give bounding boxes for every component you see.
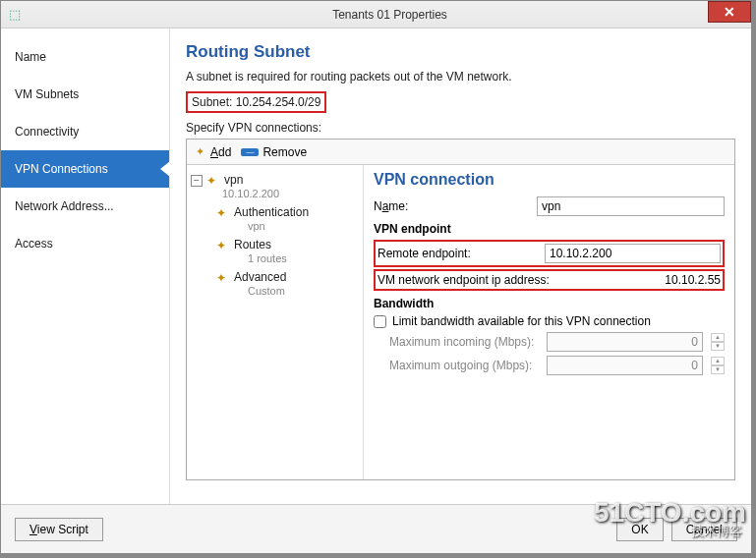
add-icon: ✦ <box>193 145 206 159</box>
ok-button[interactable]: OK <box>616 518 663 541</box>
bw-incoming-input[interactable] <box>547 332 703 352</box>
close-button[interactable]: ✕ <box>708 1 751 23</box>
connection-tree: − ✦ vpn 10.10.2.200 ✦ Authentication vpn… <box>187 165 364 479</box>
vm-endpoint-value: 10.10.2.55 <box>665 273 721 287</box>
titlebar: ⬚ Tenants 01 Properties ✕ <box>1 1 751 28</box>
add-button[interactable]: ✦ Add <box>193 145 231 159</box>
tree-auth-sub: vpn <box>191 220 359 232</box>
remove-label: Remove <box>262 145 307 159</box>
properties-window: ⬚ Tenants 01 Properties ✕ Name VM Subnet… <box>0 0 752 554</box>
bw-limit-label: Limit bandwidth available for this VPN c… <box>392 314 651 328</box>
bw-limit-row: Limit bandwidth available for this VPN c… <box>374 314 725 328</box>
connections-body: − ✦ vpn 10.10.2.200 ✦ Authentication vpn… <box>187 165 734 479</box>
subnet-value: 10.254.254.0/29 <box>236 95 321 109</box>
sidebar-item-vm-subnets[interactable]: VM Subnets <box>1 76 169 113</box>
remote-endpoint-label: Remote endpoint: <box>378 247 545 260</box>
tree-root-label: vpn <box>224 173 243 187</box>
main-panel: Routing Subnet A subnet is required for … <box>170 28 751 504</box>
view-script-button[interactable]: View Script <box>15 518 103 541</box>
detail-panel: VPN connection Name: VPN endpoint Remote… <box>364 165 734 479</box>
advanced-icon: ✦ <box>216 271 230 285</box>
name-row: Name: <box>374 196 725 216</box>
sidebar-item-network-address[interactable]: Network Address... <box>1 188 169 225</box>
app-icon: ⬚ <box>1 1 29 28</box>
bandwidth-header: Bandwidth <box>374 297 725 310</box>
add-label: Add <box>210 145 231 159</box>
remove-button[interactable]: — Remove <box>241 145 307 159</box>
collapse-icon[interactable]: − <box>191 175 203 187</box>
tree-adv-sub: Custom <box>191 285 359 297</box>
specify-label: Specify VPN connections: <box>186 121 735 135</box>
page-description: A subnet is required for routing packets… <box>186 70 735 84</box>
tree-auth-label: Authentication <box>234 205 309 219</box>
bw-outgoing-input[interactable] <box>547 356 703 375</box>
tree-routes-label: Routes <box>234 238 271 251</box>
bw-outgoing-row: Maximum outgoing (Mbps): ▲▼ <box>374 356 725 375</box>
remote-endpoint-row: Remote endpoint: <box>374 240 725 267</box>
detail-title: VPN connection <box>374 171 725 189</box>
vm-endpoint-row: VM network endpoint ip address: 10.10.2.… <box>374 269 725 291</box>
endpoint-header: VPN endpoint <box>374 222 725 236</box>
bw-in-spinner[interactable]: ▲▼ <box>711 333 725 351</box>
sidebar-item-connectivity[interactable]: Connectivity <box>1 113 169 150</box>
tree-routes-sub: 1 routes <box>191 252 359 264</box>
bw-limit-checkbox[interactable] <box>374 315 386 328</box>
page-title: Routing Subnet <box>186 42 735 62</box>
sidebar: Name VM Subnets Connectivity VPN Connect… <box>1 28 170 504</box>
sidebar-item-vpn-connections[interactable]: VPN Connections <box>1 150 169 188</box>
name-label: Name: <box>374 199 531 213</box>
vm-endpoint-label: VM network endpoint ip address: <box>378 273 665 287</box>
bw-out-spinner[interactable]: ▲▼ <box>711 357 725 374</box>
name-input[interactable] <box>537 196 725 216</box>
bw-incoming-row: Maximum incoming (Mbps): ▲▼ <box>374 332 725 352</box>
subnet-display: Subnet: 10.254.254.0/29 <box>186 91 326 113</box>
bw-incoming-label: Maximum incoming (Mbps): <box>389 335 541 349</box>
remote-endpoint-input[interactable] <box>545 244 721 263</box>
sidebar-item-name[interactable]: Name <box>1 38 169 76</box>
tree-adv-label: Advanced <box>234 270 286 284</box>
window-body: Name VM Subnets Connectivity VPN Connect… <box>1 28 751 504</box>
bw-outgoing-label: Maximum outgoing (Mbps): <box>389 359 541 372</box>
subnet-label: Subnet: <box>192 95 232 109</box>
toolbar: ✦ Add — Remove <box>187 140 734 165</box>
sidebar-item-access[interactable]: Access <box>1 225 169 262</box>
window-title: Tenants 01 Properties <box>29 8 751 22</box>
auth-icon: ✦ <box>216 206 230 220</box>
connections-box: ✦ Add — Remove − ✦ vpn <box>186 139 735 480</box>
vpn-icon: ✦ <box>206 174 220 188</box>
cancel-button[interactable]: Cancel <box>671 518 737 541</box>
remove-icon: — <box>241 148 259 156</box>
routes-icon: ✦ <box>216 239 230 252</box>
tree-root-sub: 10.10.2.200 <box>191 188 359 199</box>
footer: View Script OK Cancel <box>1 504 751 553</box>
